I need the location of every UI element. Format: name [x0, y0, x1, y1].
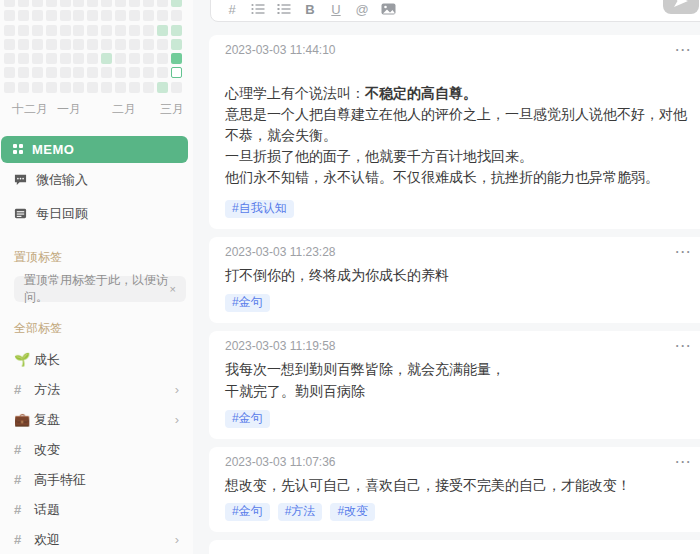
heatmap-cell [87, 25, 98, 36]
sidebar-tag-item[interactable]: 💼 复盘 › [0, 405, 193, 435]
heatmap-cell [32, 10, 43, 21]
chevron-right-icon[interactable]: › [175, 412, 179, 427]
tag-chip[interactable]: #改变 [330, 503, 375, 521]
heatmap-cell [115, 10, 126, 21]
heatmap-cell [171, 82, 182, 93]
sidebar-tag-item[interactable]: # 欢迎 › [0, 525, 193, 554]
heatmap-cell [18, 0, 29, 7]
ordered-list-icon[interactable] [277, 1, 291, 17]
image-icon[interactable] [381, 1, 396, 17]
tag-list: 🌱 成长 # 方法 › 💼 复盘 › # 改变 # 高手特征 # 话题 # 欢迎… [0, 345, 193, 554]
heatmap-cell [157, 39, 168, 50]
heatmap-cell [129, 25, 140, 36]
hash-icon: # [14, 442, 34, 457]
heatmap-cell [18, 39, 29, 50]
sidebar-tag-item[interactable]: # 改变 [0, 435, 193, 465]
heatmap-cell [73, 53, 84, 64]
heatmap-cell [101, 0, 112, 7]
heatmap-cell [157, 67, 168, 78]
heatmap-cell [60, 82, 71, 93]
heatmap-cell [32, 67, 43, 78]
sidebar-item-memo[interactable]: MEMO [1, 136, 188, 163]
main-content: # B U @ [193, 0, 700, 554]
heatmap-cell [4, 10, 15, 21]
wechat-input-icon [14, 173, 27, 186]
heatmap-cell [4, 53, 15, 64]
more-icon[interactable]: ··· [676, 456, 693, 469]
heatmap-cell [101, 82, 112, 93]
heatmap-cell [129, 82, 140, 93]
heatmap-cell [73, 10, 84, 21]
tag-chip[interactable]: #自我认知 [225, 200, 294, 218]
memo-bold-text: 不稳定的高自尊。 [365, 85, 477, 101]
memo-tags: #金句 [225, 294, 694, 312]
heatmap-month-labels: 十二月 一月 二月 三月 [4, 101, 193, 116]
heatmap-cell [143, 82, 154, 93]
tag-chip[interactable]: #金句 [225, 503, 270, 521]
sidebar-tag-item[interactable]: # 话题 [0, 495, 193, 525]
pinned-tags-header: 置顶标签 [14, 249, 193, 266]
heatmap-cell [101, 39, 112, 50]
tag-chip[interactable]: #方法 [278, 503, 323, 521]
heatmap-cell [157, 0, 168, 7]
memo-card: 2023-03-03 11:19:58 ··· 我每次一想到勤则百弊皆除，就会充… [209, 331, 700, 439]
heatmap-cell [129, 39, 140, 50]
tag-label: 改变 [34, 441, 179, 459]
heatmap-cell [73, 82, 84, 93]
tag-chip[interactable]: #金句 [225, 294, 270, 312]
more-icon[interactable]: ··· [676, 44, 693, 57]
heatmap-cell [32, 39, 43, 50]
heatmap-cell [171, 39, 182, 50]
memo-card: 2023-03-03 11:44:10 ··· 心理学上有个说法叫：不稳定的高自… [209, 35, 700, 229]
heatmap-cell [171, 67, 182, 78]
sidebar-tag-item[interactable]: # 高手特征 [0, 465, 193, 495]
send-button[interactable] [663, 0, 699, 14]
heatmap-cell [101, 10, 112, 21]
heatmap-cell [46, 82, 57, 93]
close-icon[interactable]: × [170, 283, 176, 295]
bullet-list-icon[interactable] [251, 1, 265, 17]
underline-icon[interactable]: U [329, 1, 343, 17]
heatmap-cell [4, 67, 15, 78]
heatmap-cell [143, 25, 154, 36]
memo-timestamp: 2023-03-03 11:44:10 [225, 44, 336, 57]
month-label: 二月 [112, 101, 136, 118]
editor-toolbar: # B U @ [225, 1, 396, 17]
heatmap-cell [143, 53, 154, 64]
heatmap-cell [171, 10, 182, 21]
sidebar-item-wechat-input[interactable]: 微信输入 [0, 163, 193, 197]
tag-label: 复盘 [34, 411, 175, 429]
month-label: 一月 [57, 101, 81, 118]
pinned-tags-hint: 置顶常用标签于此，以便访问。 × [14, 276, 186, 302]
mention-icon[interactable]: @ [355, 1, 369, 17]
pinned-tags-hint-text: 置顶常用标签于此，以便访问。 [24, 272, 170, 306]
activity-heatmap: 十二月 一月 二月 三月 [0, 0, 193, 116]
sidebar-item-daily-review[interactable]: 每日回顾 [0, 197, 193, 231]
hash-icon: # [14, 502, 34, 517]
tag-chip[interactable]: #金句 [225, 410, 270, 428]
bold-icon[interactable]: B [303, 1, 317, 17]
heatmap-cell [46, 53, 57, 64]
memo-card: 2023-03-03 11:07:36 ··· 想改变，先认可自己，喜欢自己，接… [209, 447, 700, 533]
hash-icon[interactable]: # [225, 1, 239, 17]
heatmap-cell [143, 67, 154, 78]
heatmap-cell [115, 0, 126, 7]
sidebar-tag-item[interactable]: 🌱 成长 [0, 345, 193, 375]
memo-button-label: MEMO [32, 142, 74, 157]
memo-editor[interactable]: # B U @ [210, 0, 700, 22]
memo-card-partial [209, 540, 700, 554]
briefcase-icon: 💼 [14, 412, 34, 427]
chevron-right-icon[interactable]: › [175, 382, 179, 397]
sidebar-tag-item[interactable]: # 方法 › [0, 375, 193, 405]
memo-timestamp: 2023-03-03 11:23:28 [225, 246, 336, 259]
heatmap-cell [115, 25, 126, 36]
more-icon[interactable]: ··· [676, 340, 693, 353]
heatmap-cell [157, 53, 168, 64]
heatmap-cell [115, 53, 126, 64]
heatmap-cell [129, 0, 140, 7]
more-icon[interactable]: ··· [676, 246, 693, 259]
heatmap-cell [129, 67, 140, 78]
heatmap-cell [32, 82, 43, 93]
heatmap-cell [60, 25, 71, 36]
chevron-right-icon[interactable]: › [175, 532, 179, 547]
